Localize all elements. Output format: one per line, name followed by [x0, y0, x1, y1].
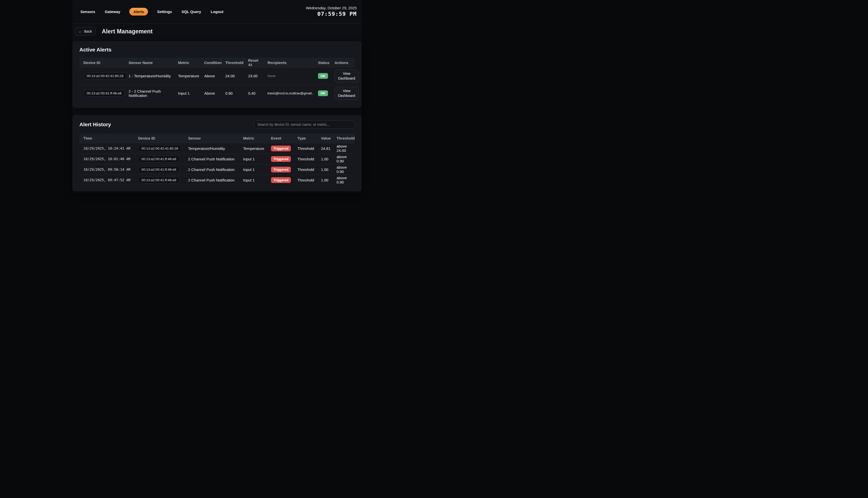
view-dashboard-button[interactable]: View Dashboard: [335, 87, 359, 100]
active-alerts-header-row: Device ID Sensor Name Metric Condition T…: [79, 58, 355, 67]
condition-cell: Above: [200, 91, 221, 95]
column-header: Sensor Name: [125, 61, 174, 65]
clock-widget: Wednesday, October 29, 2025 07:59:59 PM: [306, 5, 357, 17]
active-alerts-card: Active Alerts Device ID Sensor Name Metr…: [72, 41, 362, 108]
value-cell: 1.00: [317, 178, 333, 182]
device-id-chip: 00:13:a2:00:41:ff:46:e8: [138, 156, 180, 162]
column-header: Threshold: [221, 61, 244, 65]
time-cell: 10/29/2025, 09:58:14 AM: [79, 167, 134, 171]
column-header: Metric: [174, 61, 200, 65]
event-badge: Triggered: [271, 177, 291, 183]
event-badge: Triggered: [271, 167, 291, 172]
reset-at-cell: 23.00: [244, 74, 263, 78]
device-id-chip: 00:13:a2:00:41:ff:46:e8: [83, 90, 125, 97]
reset-at-cell: 0.40: [244, 91, 263, 95]
device-id-chip: 00:13:a2:00:41:ff:46:e8: [138, 166, 180, 173]
device-id-chip: 00:13:a2:00:42:41:65:28: [138, 145, 181, 152]
type-cell: Threshold: [293, 157, 317, 161]
time-cell: 10/29/2025, 09:47:52 AM: [79, 178, 134, 182]
sensor-name-cell: 1 - Temperature/Humidity: [125, 74, 174, 78]
clock-date: Wednesday, October 29, 2025: [306, 5, 357, 11]
active-alerts-table: Device ID Sensor Name Metric Condition T…: [79, 58, 355, 102]
column-header: Status: [314, 61, 331, 65]
column-header: Device ID: [79, 61, 125, 65]
event-badge: Triggered: [271, 156, 291, 162]
sensor-name-cell: 2 - 2 Channel Push Notification: [125, 89, 174, 97]
column-header: Threshold: [333, 136, 358, 140]
device-id-chip: 00:13:a2:00:41:ff:46:e8: [138, 177, 180, 183]
table-row: 00:13:a2:00:42:41:65:28 1 - Temperature/…: [79, 67, 355, 84]
alert-history-card: Alert History Time Device ID Sensor Metr…: [72, 115, 362, 191]
table-row: 10/29/2025, 09:47:52 AM 00:13:a2:00:41:f…: [79, 175, 355, 185]
status-badge: OK: [318, 73, 328, 79]
condition-cell: Above: [200, 74, 221, 78]
type-cell: Threshold: [293, 178, 317, 182]
column-header: Reset At: [244, 58, 263, 67]
device-id-chip: 00:13:a2:00:42:41:65:28: [83, 73, 127, 79]
top-bar: Sensors Gateway Alerts Settings SQL Quer…: [72, 0, 362, 24]
page-title: Alert Management: [102, 28, 153, 35]
column-header: Condition: [200, 61, 221, 65]
app-container: Sensors Gateway Alerts Settings SQL Quer…: [72, 0, 362, 193]
active-alerts-title: Active Alerts: [79, 47, 355, 53]
type-cell: Threshold: [293, 167, 317, 172]
metric-cell: Input 1: [239, 178, 267, 182]
status-badge: OK: [318, 90, 328, 96]
nav-item-settings[interactable]: Settings: [156, 8, 172, 16]
view-dashboard-button[interactable]: View Dashboard: [335, 69, 359, 82]
back-button-label: Back: [84, 29, 92, 34]
threshold-cell: above 0.90: [333, 155, 355, 163]
back-arrow-icon: ←: [79, 29, 82, 34]
column-header: Type: [293, 136, 317, 140]
metric-cell: Input 1: [239, 157, 267, 161]
nav-item-gateway[interactable]: Gateway: [104, 8, 121, 16]
alert-history-header-row: Time Device ID Sensor Metric Event Type …: [79, 133, 355, 143]
sensor-cell: 2 Channel Push Notification: [184, 178, 239, 182]
nav-item-alerts[interactable]: Alerts: [129, 8, 148, 16]
recipients-cell: None: [263, 74, 314, 78]
column-header: Metric: [239, 136, 267, 140]
threshold-cell: above 0.90: [333, 165, 355, 174]
page-heading: ← Back Alert Management: [72, 24, 362, 36]
metric-cell: Input 1: [174, 91, 200, 95]
event-badge: Triggered: [271, 146, 291, 152]
metric-cell: Input 1: [239, 167, 267, 172]
table-row: 10/29/2025, 10:01:40 AM 00:13:a2:00:41:f…: [79, 154, 355, 164]
column-header: Device ID: [134, 136, 184, 140]
table-row: 10/29/2025, 10:24:41 AM 00:13:a2:00:42:4…: [79, 143, 355, 154]
recipients-cell: travis@ncd.io,ncdtrav@gmail....: [263, 91, 314, 95]
history-search-input[interactable]: [254, 120, 355, 129]
sensor-cell: Temperature/Humidity: [184, 146, 239, 150]
main-nav: Sensors Gateway Alerts Settings SQL Quer…: [80, 8, 224, 16]
threshold-cell: 0.90: [221, 91, 244, 95]
column-header: Actions: [331, 61, 355, 65]
column-header: Time: [79, 136, 134, 140]
value-cell: 1.00: [317, 167, 333, 172]
time-cell: 10/29/2025, 10:01:40 AM: [79, 157, 134, 161]
metric-cell: Temperature: [174, 74, 200, 78]
threshold-cell: above 24.00: [333, 144, 355, 153]
column-header: Recipients: [263, 61, 314, 65]
sensor-cell: 2 Channel Push Notification: [184, 167, 239, 172]
column-header: Event: [267, 136, 293, 140]
type-cell: Threshold: [293, 146, 317, 150]
nav-item-logout[interactable]: Logout: [210, 8, 224, 16]
column-header: Value: [317, 136, 333, 140]
threshold-cell: above 0.90: [333, 176, 355, 184]
sensor-cell: 2 Channel Push Notification: [184, 157, 239, 161]
table-row: 10/29/2025, 09:58:14 AM 00:13:a2:00:41:f…: [79, 164, 355, 175]
nav-item-sensors[interactable]: Sensors: [80, 8, 96, 16]
back-button[interactable]: ← Back: [75, 27, 96, 36]
time-cell: 10/29/2025, 10:24:41 AM: [79, 146, 134, 150]
column-header: Sensor: [184, 136, 239, 140]
alert-history-table: Time Device ID Sensor Metric Event Type …: [79, 133, 355, 185]
metric-cell: Temperature: [239, 146, 267, 150]
value-cell: 1.00: [317, 157, 333, 161]
threshold-cell: 24.00: [221, 74, 244, 78]
clock-time: 07:59:59 PM: [306, 11, 357, 18]
alert-history-title: Alert History: [79, 121, 111, 128]
value-cell: 24.81: [317, 146, 333, 150]
table-row: 00:13:a2:00:41:ff:46:e8 2 - 2 Channel Pu…: [79, 84, 355, 102]
nav-item-sql-query[interactable]: SQL Query: [181, 8, 202, 16]
